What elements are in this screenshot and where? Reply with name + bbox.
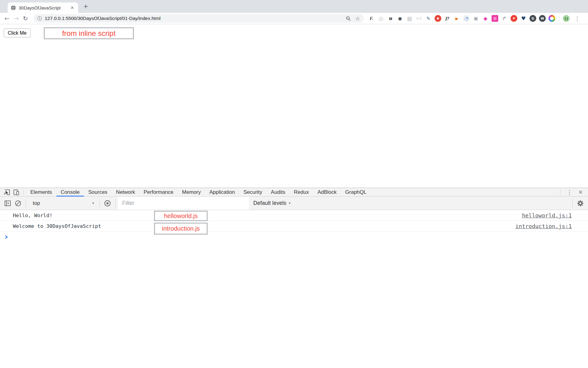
heart-search-icon[interactable]: ♥ bbox=[520, 15, 527, 22]
console-output: Hello, World! helloworld.js helloworld.j… bbox=[0, 210, 588, 243]
graphql-icon[interactable]: ◈ bbox=[482, 15, 489, 22]
console-message-text: Welcome to 30DaysOfJavaScript bbox=[13, 221, 101, 232]
console-message-row: Welcome to 30DaysOfJavaScript introducti… bbox=[0, 221, 588, 232]
tabbar-right-divider bbox=[560, 190, 560, 195]
bookmark-icon[interactable]: ▼ bbox=[511, 15, 517, 22]
swirl-icon[interactable]: ◔ bbox=[463, 15, 470, 22]
annotation-box-introduction: introduction.js bbox=[154, 223, 208, 235]
console-toolbar: top ▾ Default levels ▾ bbox=[0, 197, 588, 210]
eyedropper-icon[interactable]: ✎ bbox=[425, 15, 432, 22]
tab-application[interactable]: Application bbox=[205, 188, 239, 196]
camera-icon[interactable]: ▣ bbox=[473, 15, 479, 22]
tab-adblock[interactable]: AdBlock bbox=[313, 188, 341, 196]
annotation-text: introduction.js bbox=[162, 225, 200, 232]
json-viewer-icon[interactable]: {} bbox=[563, 15, 570, 22]
console-toolbar-divider bbox=[26, 199, 26, 207]
devtools-tab-bar: Elements Console Sources Network Perform… bbox=[0, 188, 588, 197]
console-toolbar-divider bbox=[115, 199, 115, 207]
columns-icon[interactable]: ▮▮ bbox=[387, 15, 394, 22]
new-tab-button[interactable]: + bbox=[81, 2, 90, 11]
megaphone-icon[interactable]: ▶ bbox=[454, 15, 460, 22]
filter-input[interactable] bbox=[118, 197, 249, 210]
tabbar-divider bbox=[23, 190, 24, 195]
forward-icon[interactable]: → bbox=[12, 15, 21, 22]
click-me-button[interactable]: Click Me bbox=[4, 29, 31, 37]
inspect-element-icon[interactable] bbox=[2, 188, 12, 196]
tab-sources[interactable]: Sources bbox=[84, 188, 111, 196]
tab-redux[interactable]: Redux bbox=[290, 188, 313, 196]
devtools-close-icon[interactable]: × bbox=[576, 188, 585, 196]
tab-elements[interactable]: Elements bbox=[26, 188, 56, 196]
corner-arrow-icon[interactable]: ↱ bbox=[501, 15, 508, 22]
toolbar-divider bbox=[559, 15, 559, 21]
bookmark-star-icon[interactable]: ☆ bbox=[355, 15, 360, 22]
extension-icons-row: F. ◎ ▮▮ ● ▦ (−) ✎ ✱ f? ▶ ◔ ▣ ◈ ⚙ ↱ ▼ ♥ G… bbox=[368, 15, 570, 22]
reload-icon[interactable]: ↻ bbox=[21, 15, 30, 22]
annotation-text: helloworld.js bbox=[164, 213, 198, 220]
context-selector-value: top bbox=[33, 200, 40, 206]
console-settings-gear-icon[interactable] bbox=[575, 198, 586, 209]
atom-icon[interactable]: ◎ bbox=[378, 15, 384, 22]
console-message-text: Hello, World! bbox=[13, 210, 52, 221]
inline-script-box: from inline script bbox=[44, 27, 134, 39]
tab-audits[interactable]: Audits bbox=[266, 188, 289, 196]
tab-console[interactable]: Console bbox=[56, 188, 84, 196]
browser-tab[interactable]: 30DaysOfJavaScript × bbox=[8, 2, 78, 13]
zoom-magnifier-icon[interactable] bbox=[346, 16, 351, 21]
tab-network[interactable]: Network bbox=[112, 188, 139, 196]
browser-tab-strip: 30DaysOfJavaScript × + bbox=[0, 0, 588, 13]
tab-title: 30DaysOfJavaScript bbox=[19, 5, 69, 10]
context-selector[interactable]: top ▾ bbox=[28, 200, 97, 206]
chevron-down-icon: ▾ bbox=[92, 201, 94, 205]
stop-hand-icon[interactable]: ✱ bbox=[435, 15, 441, 22]
live-expression-eye-icon[interactable] bbox=[102, 198, 113, 209]
console-toolbar-divider bbox=[572, 199, 573, 207]
prompt-chevron-icon bbox=[4, 235, 9, 239]
tab-memory[interactable]: Memory bbox=[178, 188, 205, 196]
browser-menu-icon[interactable]: ⋮ bbox=[573, 15, 582, 22]
tab-close-icon[interactable]: × bbox=[69, 5, 75, 10]
url-text: 127.0.0.1:5500/30DaysOfJavaScript/01-Day… bbox=[45, 16, 160, 21]
devtools-panel: Elements Console Sources Network Perform… bbox=[0, 188, 588, 243]
fn-help-icon[interactable]: f? bbox=[444, 15, 451, 22]
devtools-menu-icon[interactable]: ⋮ bbox=[563, 189, 576, 196]
console-toolbar-divider bbox=[100, 199, 100, 207]
regex-icon[interactable]: (−) bbox=[416, 15, 422, 22]
chevron-down-icon: ▾ bbox=[289, 201, 291, 205]
address-bar[interactable]: ⓘ 127.0.0.1:5500/30DaysOfJavaScript/01-D… bbox=[34, 14, 364, 23]
site-info-icon[interactable]: ⓘ bbox=[37, 16, 42, 21]
pink-gear-icon[interactable]: ⚙ bbox=[492, 15, 498, 22]
grid-icon[interactable]: ▦ bbox=[406, 15, 413, 22]
console-sidebar-icon[interactable] bbox=[2, 198, 13, 209]
device-toolbar-icon[interactable] bbox=[12, 188, 21, 196]
console-message-row: Hello, World! helloworld.js helloworld.j… bbox=[0, 210, 588, 221]
page-content: Click Me from inline script bbox=[0, 24, 588, 188]
console-prompt[interactable] bbox=[0, 232, 588, 243]
back-icon[interactable]: ← bbox=[2, 15, 12, 22]
rainbow-ring-icon[interactable] bbox=[548, 15, 555, 22]
tab-graphql[interactable]: GraphQL bbox=[341, 188, 371, 196]
inline-script-text: from inline script bbox=[62, 29, 116, 38]
w-circle-icon[interactable]: W bbox=[539, 15, 546, 22]
globe-favicon-icon bbox=[11, 5, 16, 10]
annotation-box-helloworld: helloworld.js bbox=[154, 211, 208, 221]
tab-performance[interactable]: Performance bbox=[139, 188, 178, 196]
bug-icon[interactable]: ● bbox=[397, 15, 403, 22]
tab-security[interactable]: Security bbox=[239, 188, 266, 196]
g-circle-icon[interactable]: G bbox=[530, 15, 536, 22]
source-link[interactable]: helloworld.js:1 bbox=[522, 210, 572, 221]
log-level-selector[interactable]: Default levels ▾ bbox=[253, 200, 291, 206]
log-level-value: Default levels bbox=[253, 200, 286, 206]
clear-console-icon[interactable] bbox=[13, 198, 23, 209]
font-ext-icon[interactable]: F. bbox=[368, 15, 375, 22]
browser-toolbar: ← → ↻ ⓘ 127.0.0.1:5500/30DaysOfJavaScrip… bbox=[0, 13, 588, 24]
source-link[interactable]: introduction.js:1 bbox=[515, 221, 572, 232]
